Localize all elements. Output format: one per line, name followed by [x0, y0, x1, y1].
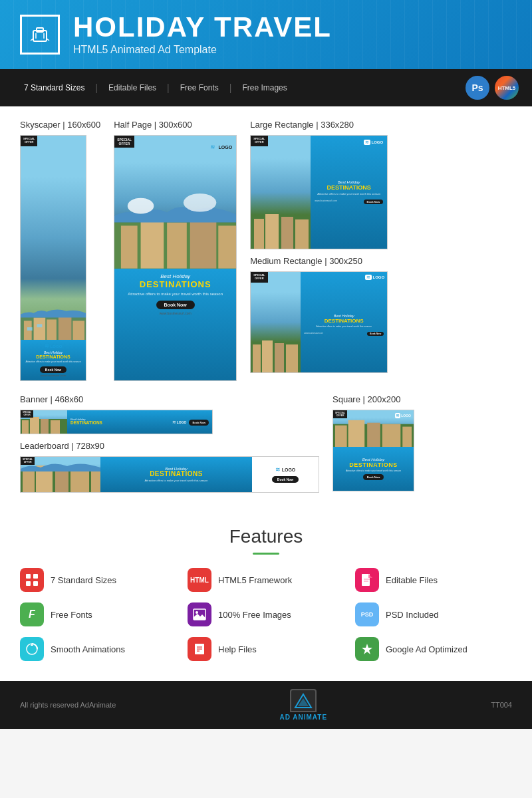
svg-rect-11 [72, 321, 84, 340]
svg-rect-13 [37, 324, 43, 327]
toolbar: 7 Standard Sizes | Editable Files | Free… [0, 69, 532, 106]
svg-rect-17 [141, 219, 164, 269]
svg-rect-30 [262, 340, 273, 372]
halfpage-banner: SPECIALOFFER ≋ LOGO [114, 135, 237, 381]
feature-sizes: 7 Standard Sizes [20, 568, 177, 592]
photoshop-icon: Ps [466, 76, 489, 100]
svg-point-22 [184, 194, 216, 212]
svg-rect-49 [402, 427, 412, 447]
skyscraper-label: Skyscaper | 160x600 [20, 120, 100, 130]
svg-rect-18 [167, 223, 187, 269]
large-rect-wrap: Large Rectangle | 336x280 SPECIALOFFER [250, 120, 388, 249]
file-icon [355, 568, 379, 592]
feature-html5: HTML HTML5 Framework [188, 568, 344, 592]
banner-468: SPECIALOFFER Best Holiday DESTINATIO [20, 410, 213, 434]
leaderboard-banner: SPECIALOFFER Best Holiday [20, 456, 319, 493]
svg-rect-53 [33, 581, 38, 586]
feature-help: Help Files [188, 637, 344, 661]
svg-rect-48 [382, 424, 401, 447]
feature-help-label: Help Files [218, 644, 257, 654]
svg-rect-34 [22, 420, 29, 434]
features-title: Features [20, 526, 512, 547]
svg-rect-37 [51, 420, 60, 434]
feature-animations: Smooth Animations [20, 637, 177, 661]
med-rect-banner: SPECIALOFFER ≋ [250, 271, 388, 373]
svg-rect-12 [27, 327, 33, 331]
svg-rect-26 [281, 217, 293, 249]
right-column: Large Rectangle | 336x280 SPECIALOFFER [250, 120, 388, 381]
toolbar-icons: Ps HTML5 [466, 76, 519, 100]
book-now-btn-lr[interactable]: Book Now [364, 200, 384, 204]
features-underline [253, 553, 279, 555]
lb-blue: Best Holiday DESTINATIONS Attractive off… [100, 457, 252, 492]
halfpage-label: Half Page | 300x600 [114, 120, 237, 130]
features-grid: 7 Standard Sizes HTML HTML5 Framework Ed… [20, 568, 512, 661]
med-rect-wrap: Medium Rectangle | 300x250 SPECIALOFFER [250, 256, 388, 373]
footer-id: TT004 [491, 701, 512, 709]
large-rect-banner: SPECIALOFFER ≋ [250, 135, 388, 249]
image-icon [188, 602, 211, 626]
banner-label: Banner | 468x60 [20, 394, 319, 404]
feature-images: 100% Free Images [188, 602, 344, 626]
square-label: Square | 200x200 [332, 394, 414, 404]
feature-google: Google Ad Optimized [355, 637, 512, 661]
footer-copyright: All rights reserved AdAnimate [20, 701, 116, 709]
svg-rect-25 [265, 214, 279, 249]
lb-photo: SPECIALOFFER [21, 457, 100, 492]
features-section: Features 7 Standard Sizes HTML HTML5 Fra… [0, 513, 532, 681]
psd-icon: PSD [355, 602, 379, 626]
google-icon [355, 637, 379, 661]
book-now-btn-banner[interactable]: Book Now [189, 420, 209, 426]
feature-fonts: F Free Fonts [20, 602, 177, 626]
svg-rect-31 [275, 343, 284, 372]
svg-rect-9 [47, 319, 57, 340]
main-content: Skyscaper | 160x600 SPECIALOFFER [0, 106, 532, 513]
svg-rect-36 [41, 419, 49, 434]
skyscraper-bottom: ≋ LOGO Best Holiday DESTINATIONS Attract… [21, 340, 86, 380]
header: HOLIDAY TRAVEL HTML5 Animated Ad Templat… [0, 0, 532, 69]
square-banner: SPECIALOFFER ≋ LOGO [332, 410, 414, 491]
svg-rect-51 [33, 574, 38, 579]
skyscraper-wrap: Skyscaper | 160x600 SPECIALOFFER [20, 120, 100, 381]
animation-icon [20, 637, 44, 661]
svg-rect-19 [190, 217, 217, 269]
svg-rect-24 [254, 219, 264, 249]
halfpage-wrap: Half Page | 300x600 SPECIALOFFER ≋ LOGO [114, 120, 237, 381]
html5-badge-icon: HTML5 [495, 76, 519, 100]
skyscraper-banner: SPECIALOFFER [20, 135, 86, 381]
feature-images-label: 100% Free Images [218, 610, 291, 620]
halfpage-photo: SPECIALOFFER ≋ LOGO [114, 136, 236, 269]
special-offer-hp: SPECIALOFFER [114, 136, 134, 148]
feature-psd: PSD PSD Included [355, 602, 512, 626]
header-icon [20, 15, 60, 55]
lb-right: ≋ LOGO Book Now [252, 457, 319, 492]
book-now-btn-mr[interactable]: Book Now [367, 332, 384, 336]
svg-rect-32 [286, 344, 298, 372]
footer-logo-text: AD ANIMATE [279, 714, 327, 721]
leaderboard-label: Leaderboard | 728x90 [20, 441, 319, 451]
help-icon [188, 637, 211, 661]
banners-row-top: Skyscaper | 160x600 SPECIALOFFER [20, 120, 512, 381]
book-now-btn-lb[interactable]: Book Now [272, 476, 299, 483]
toolbar-item-sizes: 7 Standard Sizes [13, 83, 95, 92]
feature-animations-label: Smooth Animations [51, 644, 125, 654]
footer-logo-icon [290, 689, 317, 712]
svg-rect-41 [55, 469, 68, 492]
header-subtitle: HTML5 Animated Ad Template [73, 44, 332, 56]
svg-point-58 [196, 611, 198, 614]
svg-rect-8 [34, 317, 46, 340]
halfpage-bottom: Best Holiday DESTINATIONS Attractive off… [114, 269, 236, 380]
book-now-btn-sky[interactable]: Book Now [40, 366, 66, 373]
banner-square-col: Banner | 468x60 SPECIALOFFER [20, 394, 319, 493]
book-now-btn-sq[interactable]: Book Now [363, 474, 384, 480]
bottom-banners: Banner | 468x60 SPECIALOFFER [20, 394, 512, 493]
book-now-btn-hp[interactable]: Book Now [156, 301, 195, 309]
toolbar-item-images: Free Images [231, 83, 297, 92]
toolbar-item-editable: Editable Files [98, 83, 167, 92]
svg-rect-39 [23, 470, 35, 492]
header-title: HOLIDAY TRAVEL [73, 13, 332, 41]
feature-editable-label: Editable Files [386, 575, 438, 585]
grid-icon [20, 568, 44, 592]
svg-rect-10 [59, 315, 72, 340]
toolbar-item-fonts: Free Fonts [170, 83, 229, 92]
